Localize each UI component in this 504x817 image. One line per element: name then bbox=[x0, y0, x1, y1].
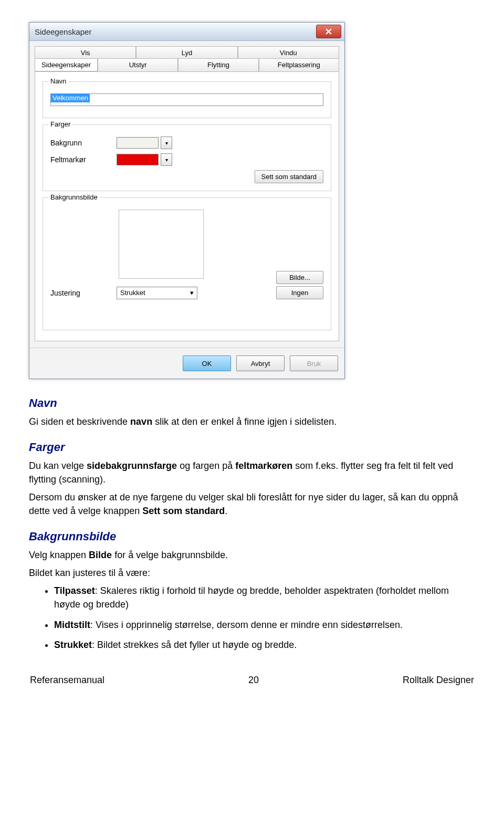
justering-value: Strukket bbox=[120, 289, 145, 297]
bakgrunn-label: Bakgrunn bbox=[50, 139, 108, 147]
list-item: Tilpasset: Skaleres riktig i forhold til… bbox=[54, 584, 475, 611]
para-bakgrunnsbilde-2: Bildet kan justeres til å være: bbox=[29, 566, 475, 580]
ok-button[interactable]: OK bbox=[183, 355, 231, 371]
tab-feltplassering[interactable]: Feltplassering bbox=[259, 58, 339, 71]
justering-select[interactable]: Strukket ▾ bbox=[117, 287, 197, 299]
para-farger-2: Dersom du ønsker at de nye fargene du ve… bbox=[29, 490, 475, 518]
close-icon bbox=[326, 28, 332, 35]
para-navn: Gi siden et beskrivende navn slik at den… bbox=[29, 415, 475, 428]
footer-right: Rolltalk Designer bbox=[403, 675, 474, 686]
heading-farger: Farger bbox=[29, 439, 475, 456]
bakgrunn-dropdown[interactable]: ▾ bbox=[161, 137, 172, 149]
para-bakgrunnsbilde-1: Velg knappen Bilde for å velge bakgrunns… bbox=[29, 548, 475, 562]
bilde-button[interactable]: Bilde... bbox=[276, 271, 323, 284]
group-legend-bakgrunnsbilde: Bakgrunnsbilde bbox=[48, 193, 100, 201]
tab-sideegenskaper[interactable]: Sideegenskaper bbox=[35, 58, 98, 71]
feltmarkor-label: Feltmarkør bbox=[50, 155, 108, 164]
list-item: Midtstilt: Vises i opprinnelig størrelse… bbox=[54, 618, 475, 632]
heading-bakgrunnsbilde: Bakgrunnsbilde bbox=[29, 528, 475, 545]
footer-left: Referansemanual bbox=[30, 675, 104, 686]
close-button[interactable] bbox=[316, 25, 341, 38]
navn-input-value: Velkommen bbox=[51, 93, 90, 102]
tab-utstyr[interactable]: Utstyr bbox=[98, 58, 178, 71]
group-legend-farger: Farger bbox=[48, 120, 72, 128]
bakgrunn-swatch[interactable] bbox=[117, 137, 159, 149]
dialog-title: Sideegenskaper bbox=[35, 27, 91, 36]
document-body: Navn Gi siden et beskrivende navn slik a… bbox=[29, 395, 475, 652]
tab-vis[interactable]: Vis bbox=[35, 46, 136, 59]
image-preview bbox=[119, 210, 204, 279]
justering-label: Justering bbox=[50, 289, 108, 297]
group-navn: Navn Velkommen bbox=[43, 81, 331, 118]
list-item: Strukket: Bildet strekkes så det fyller … bbox=[54, 638, 475, 652]
feltmarkor-dropdown[interactable]: ▾ bbox=[161, 153, 172, 166]
tab-flytting[interactable]: Flytting bbox=[178, 58, 258, 71]
navn-input[interactable]: Velkommen bbox=[50, 93, 323, 106]
page-footer: Referansemanual 20 Rolltalk Designer bbox=[29, 675, 475, 686]
tab-lyd[interactable]: Lyd bbox=[136, 46, 237, 59]
group-bakgrunnsbilde: Bakgrunnsbilde Bilde... Justering Strukk… bbox=[43, 197, 331, 330]
feltmarkor-swatch[interactable] bbox=[117, 154, 159, 165]
group-legend-navn: Navn bbox=[48, 77, 68, 85]
heading-navn: Navn bbox=[29, 395, 475, 412]
justering-list: Tilpasset: Skaleres riktig i forhold til… bbox=[29, 584, 475, 651]
set-default-button[interactable]: Sett som standard bbox=[255, 170, 324, 183]
ingen-button[interactable]: Ingen bbox=[276, 286, 323, 299]
bruk-button: Bruk bbox=[290, 355, 338, 371]
group-farger: Farger Bakgrunn ▾ Feltmarkør ▾ bbox=[43, 124, 331, 191]
titlebar[interactable]: Sideegenskaper bbox=[29, 23, 344, 41]
para-farger-1: Du kan velge sidebakgrunnsfarge og farge… bbox=[29, 459, 475, 486]
avbryt-button[interactable]: Avbryt bbox=[236, 355, 285, 371]
dialog-sideegenskaper: Sideegenskaper Vis Lyd Vindu Sideegenska… bbox=[29, 22, 345, 379]
footer-center: 20 bbox=[248, 675, 259, 686]
tab-vindu[interactable]: Vindu bbox=[238, 46, 339, 59]
chevron-down-icon: ▾ bbox=[190, 289, 194, 297]
